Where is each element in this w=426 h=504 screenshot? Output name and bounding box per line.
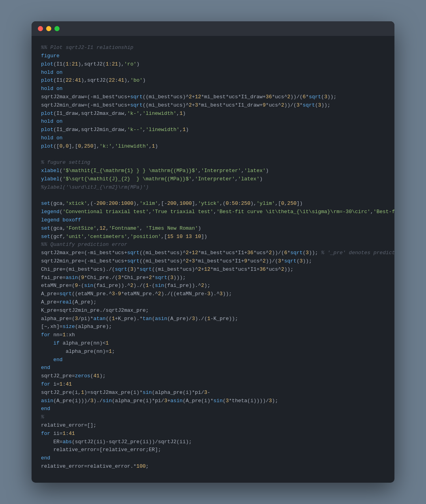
titlebar bbox=[32, 21, 394, 36]
code-editor[interactable]: %% Plot sqrtJ2-I1 relationship figure pl… bbox=[32, 36, 394, 482]
editor-window: %% Plot sqrtJ2-I1 relationship figure pl… bbox=[32, 21, 394, 482]
minimize-button[interactable] bbox=[46, 26, 51, 31]
maximize-button[interactable] bbox=[54, 26, 60, 31]
close-button[interactable] bbox=[38, 26, 43, 31]
